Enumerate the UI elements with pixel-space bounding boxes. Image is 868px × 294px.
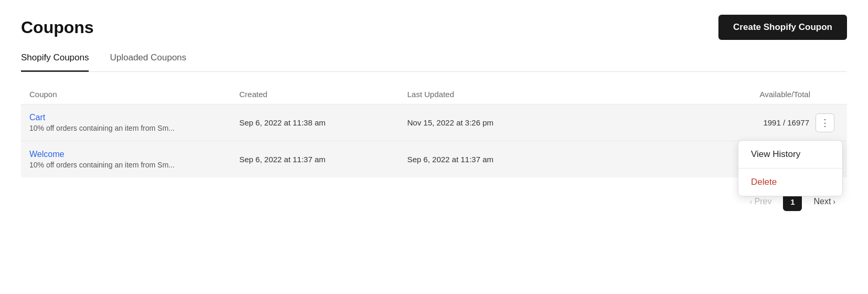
coupon-cell: Cart 10% off orders containing an item f… xyxy=(29,113,239,132)
prev-label: Prev xyxy=(755,197,772,206)
delete-menu-item[interactable]: Delete xyxy=(738,169,842,196)
create-shopify-coupon-button[interactable]: Create Shopify Coupon xyxy=(718,15,847,40)
available-total-value: 1991 / 16977 xyxy=(763,118,809,127)
coupon-created: Sep 6, 2022 at 11:37 am xyxy=(239,155,407,164)
tab-shopify-coupons[interactable]: Shopify Coupons xyxy=(21,52,89,72)
tab-uploaded-coupons[interactable]: Uploaded Coupons xyxy=(110,52,186,72)
column-header-last-updated: Last Updated xyxy=(407,90,575,99)
pagination: ‹ Prev 1 Next › xyxy=(21,192,847,211)
coupon-cell: Welcome 10% off orders containing an ite… xyxy=(29,150,239,169)
next-label: Next xyxy=(813,197,831,206)
view-history-menu-item[interactable]: View History xyxy=(738,141,842,168)
coupon-available-total-cell: 1991 / 16977 ⋮ xyxy=(575,113,839,132)
coupon-description: 10% off orders containing an item from S… xyxy=(29,124,239,132)
table-row: Welcome 10% off orders containing an ite… xyxy=(21,141,847,177)
coupon-description: 10% off orders containing an item from S… xyxy=(29,161,239,169)
page-title: Coupons xyxy=(21,18,94,37)
coupons-table: Coupon Created Last Updated Available/To… xyxy=(21,85,847,177)
coupon-name[interactable]: Cart xyxy=(29,113,239,122)
table-row: Cart 10% off orders containing an item f… xyxy=(21,104,847,141)
coupon-name[interactable]: Welcome xyxy=(29,150,239,159)
column-header-available-total: Available/Total xyxy=(575,90,839,99)
column-header-coupon: Coupon xyxy=(29,90,239,99)
chevron-left-icon: ‹ xyxy=(750,197,753,206)
chevron-right-icon: › xyxy=(833,197,835,206)
tabs-container: Shopify Coupons Uploaded Coupons xyxy=(21,52,847,72)
column-header-created: Created xyxy=(239,90,407,99)
coupon-last-updated: Nov 15, 2022 at 3:26 pm xyxy=(407,118,575,127)
coupon-last-updated: Sep 6, 2022 at 11:37 am xyxy=(407,155,575,164)
coupon-created: Sep 6, 2022 at 11:38 am xyxy=(239,118,407,127)
table-header-row: Coupon Created Last Updated Available/To… xyxy=(21,85,847,104)
actions-dropdown-menu: View History Delete xyxy=(738,140,843,196)
row-actions-button[interactable]: ⋮ xyxy=(816,113,834,132)
